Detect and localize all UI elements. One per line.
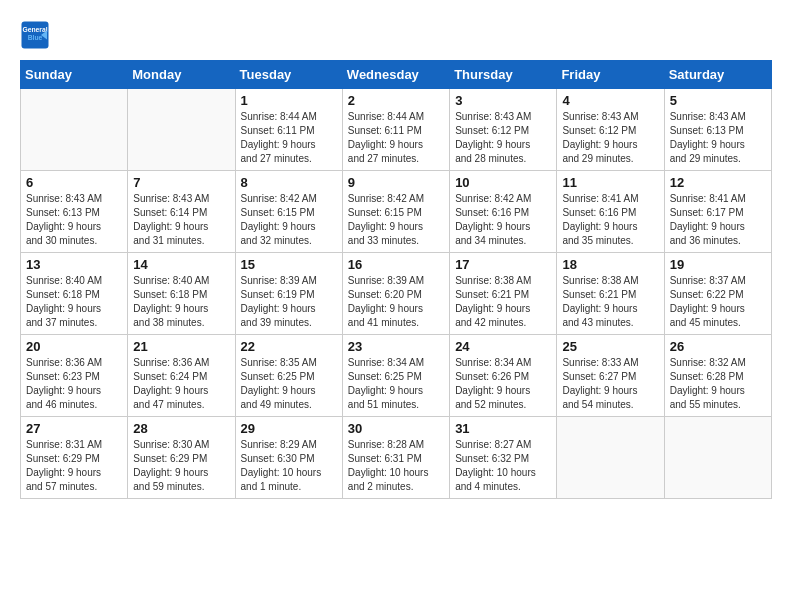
calendar-cell: 5Sunrise: 8:43 AM Sunset: 6:13 PM Daylig… xyxy=(664,89,771,171)
calendar-cell: 15Sunrise: 8:39 AM Sunset: 6:19 PM Dayli… xyxy=(235,253,342,335)
calendar-week-row: 20Sunrise: 8:36 AM Sunset: 6:23 PM Dayli… xyxy=(21,335,772,417)
day-info: Sunrise: 8:36 AM Sunset: 6:23 PM Dayligh… xyxy=(26,356,122,412)
day-number: 26 xyxy=(670,339,766,354)
day-number: 11 xyxy=(562,175,658,190)
day-number: 12 xyxy=(670,175,766,190)
day-info: Sunrise: 8:42 AM Sunset: 6:16 PM Dayligh… xyxy=(455,192,551,248)
day-number: 1 xyxy=(241,93,337,108)
day-number: 5 xyxy=(670,93,766,108)
day-info: Sunrise: 8:43 AM Sunset: 6:13 PM Dayligh… xyxy=(26,192,122,248)
day-info: Sunrise: 8:44 AM Sunset: 6:11 PM Dayligh… xyxy=(241,110,337,166)
header-friday: Friday xyxy=(557,61,664,89)
calendar-cell: 28Sunrise: 8:30 AM Sunset: 6:29 PM Dayli… xyxy=(128,417,235,499)
header-saturday: Saturday xyxy=(664,61,771,89)
day-info: Sunrise: 8:44 AM Sunset: 6:11 PM Dayligh… xyxy=(348,110,444,166)
day-number: 13 xyxy=(26,257,122,272)
day-info: Sunrise: 8:42 AM Sunset: 6:15 PM Dayligh… xyxy=(241,192,337,248)
calendar-cell xyxy=(557,417,664,499)
day-number: 31 xyxy=(455,421,551,436)
day-info: Sunrise: 8:37 AM Sunset: 6:22 PM Dayligh… xyxy=(670,274,766,330)
calendar-cell: 24Sunrise: 8:34 AM Sunset: 6:26 PM Dayli… xyxy=(450,335,557,417)
day-info: Sunrise: 8:34 AM Sunset: 6:26 PM Dayligh… xyxy=(455,356,551,412)
day-info: Sunrise: 8:36 AM Sunset: 6:24 PM Dayligh… xyxy=(133,356,229,412)
calendar-cell: 20Sunrise: 8:36 AM Sunset: 6:23 PM Dayli… xyxy=(21,335,128,417)
calendar-cell: 30Sunrise: 8:28 AM Sunset: 6:31 PM Dayli… xyxy=(342,417,449,499)
day-number: 18 xyxy=(562,257,658,272)
calendar-cell: 26Sunrise: 8:32 AM Sunset: 6:28 PM Dayli… xyxy=(664,335,771,417)
day-info: Sunrise: 8:43 AM Sunset: 6:13 PM Dayligh… xyxy=(670,110,766,166)
calendar-week-row: 1Sunrise: 8:44 AM Sunset: 6:11 PM Daylig… xyxy=(21,89,772,171)
day-number: 29 xyxy=(241,421,337,436)
day-number: 21 xyxy=(133,339,229,354)
calendar-cell xyxy=(21,89,128,171)
calendar-cell xyxy=(664,417,771,499)
day-number: 25 xyxy=(562,339,658,354)
day-number: 15 xyxy=(241,257,337,272)
calendar-cell: 2Sunrise: 8:44 AM Sunset: 6:11 PM Daylig… xyxy=(342,89,449,171)
day-number: 2 xyxy=(348,93,444,108)
day-info: Sunrise: 8:27 AM Sunset: 6:32 PM Dayligh… xyxy=(455,438,551,494)
calendar-cell: 25Sunrise: 8:33 AM Sunset: 6:27 PM Dayli… xyxy=(557,335,664,417)
header-sunday: Sunday xyxy=(21,61,128,89)
day-number: 6 xyxy=(26,175,122,190)
day-info: Sunrise: 8:41 AM Sunset: 6:17 PM Dayligh… xyxy=(670,192,766,248)
svg-text:Blue: Blue xyxy=(28,34,43,41)
day-number: 7 xyxy=(133,175,229,190)
day-info: Sunrise: 8:38 AM Sunset: 6:21 PM Dayligh… xyxy=(455,274,551,330)
day-info: Sunrise: 8:31 AM Sunset: 6:29 PM Dayligh… xyxy=(26,438,122,494)
calendar-cell: 3Sunrise: 8:43 AM Sunset: 6:12 PM Daylig… xyxy=(450,89,557,171)
calendar-cell: 17Sunrise: 8:38 AM Sunset: 6:21 PM Dayli… xyxy=(450,253,557,335)
day-number: 19 xyxy=(670,257,766,272)
calendar-cell: 31Sunrise: 8:27 AM Sunset: 6:32 PM Dayli… xyxy=(450,417,557,499)
day-number: 8 xyxy=(241,175,337,190)
day-info: Sunrise: 8:43 AM Sunset: 6:14 PM Dayligh… xyxy=(133,192,229,248)
calendar-cell: 11Sunrise: 8:41 AM Sunset: 6:16 PM Dayli… xyxy=(557,171,664,253)
day-info: Sunrise: 8:30 AM Sunset: 6:29 PM Dayligh… xyxy=(133,438,229,494)
calendar-cell: 8Sunrise: 8:42 AM Sunset: 6:15 PM Daylig… xyxy=(235,171,342,253)
day-info: Sunrise: 8:34 AM Sunset: 6:25 PM Dayligh… xyxy=(348,356,444,412)
day-number: 17 xyxy=(455,257,551,272)
header-thursday: Thursday xyxy=(450,61,557,89)
calendar-cell: 29Sunrise: 8:29 AM Sunset: 6:30 PM Dayli… xyxy=(235,417,342,499)
calendar-cell: 16Sunrise: 8:39 AM Sunset: 6:20 PM Dayli… xyxy=(342,253,449,335)
day-info: Sunrise: 8:33 AM Sunset: 6:27 PM Dayligh… xyxy=(562,356,658,412)
calendar-cell: 14Sunrise: 8:40 AM Sunset: 6:18 PM Dayli… xyxy=(128,253,235,335)
day-info: Sunrise: 8:28 AM Sunset: 6:31 PM Dayligh… xyxy=(348,438,444,494)
day-number: 20 xyxy=(26,339,122,354)
day-info: Sunrise: 8:43 AM Sunset: 6:12 PM Dayligh… xyxy=(455,110,551,166)
calendar-cell: 18Sunrise: 8:38 AM Sunset: 6:21 PM Dayli… xyxy=(557,253,664,335)
calendar-cell xyxy=(128,89,235,171)
day-number: 23 xyxy=(348,339,444,354)
day-number: 27 xyxy=(26,421,122,436)
day-number: 9 xyxy=(348,175,444,190)
day-info: Sunrise: 8:40 AM Sunset: 6:18 PM Dayligh… xyxy=(133,274,229,330)
day-number: 30 xyxy=(348,421,444,436)
calendar-header-row: SundayMondayTuesdayWednesdayThursdayFrid… xyxy=(21,61,772,89)
day-info: Sunrise: 8:35 AM Sunset: 6:25 PM Dayligh… xyxy=(241,356,337,412)
day-info: Sunrise: 8:39 AM Sunset: 6:20 PM Dayligh… xyxy=(348,274,444,330)
header-wednesday: Wednesday xyxy=(342,61,449,89)
day-number: 14 xyxy=(133,257,229,272)
day-info: Sunrise: 8:40 AM Sunset: 6:18 PM Dayligh… xyxy=(26,274,122,330)
day-info: Sunrise: 8:42 AM Sunset: 6:15 PM Dayligh… xyxy=(348,192,444,248)
logo: General Blue xyxy=(20,20,54,50)
calendar-cell: 22Sunrise: 8:35 AM Sunset: 6:25 PM Dayli… xyxy=(235,335,342,417)
day-number: 16 xyxy=(348,257,444,272)
calendar-cell: 21Sunrise: 8:36 AM Sunset: 6:24 PM Dayli… xyxy=(128,335,235,417)
calendar-week-row: 6Sunrise: 8:43 AM Sunset: 6:13 PM Daylig… xyxy=(21,171,772,253)
day-number: 28 xyxy=(133,421,229,436)
calendar-cell: 10Sunrise: 8:42 AM Sunset: 6:16 PM Dayli… xyxy=(450,171,557,253)
calendar-cell: 13Sunrise: 8:40 AM Sunset: 6:18 PM Dayli… xyxy=(21,253,128,335)
header-monday: Monday xyxy=(128,61,235,89)
day-info: Sunrise: 8:38 AM Sunset: 6:21 PM Dayligh… xyxy=(562,274,658,330)
svg-text:General: General xyxy=(22,26,47,33)
day-number: 22 xyxy=(241,339,337,354)
day-info: Sunrise: 8:43 AM Sunset: 6:12 PM Dayligh… xyxy=(562,110,658,166)
logo-icon: General Blue xyxy=(20,20,50,50)
day-number: 24 xyxy=(455,339,551,354)
day-info: Sunrise: 8:32 AM Sunset: 6:28 PM Dayligh… xyxy=(670,356,766,412)
calendar-cell: 1Sunrise: 8:44 AM Sunset: 6:11 PM Daylig… xyxy=(235,89,342,171)
day-info: Sunrise: 8:29 AM Sunset: 6:30 PM Dayligh… xyxy=(241,438,337,494)
day-number: 3 xyxy=(455,93,551,108)
day-number: 10 xyxy=(455,175,551,190)
